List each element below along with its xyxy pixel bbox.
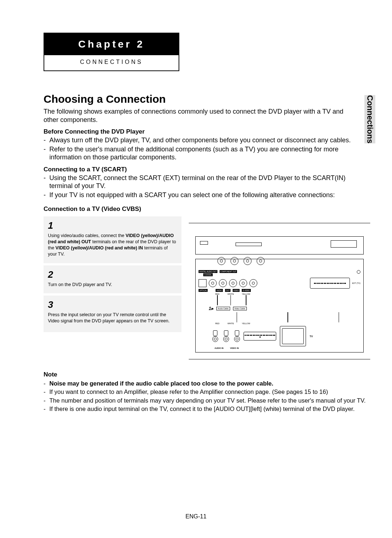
label: Video Cable	[233, 307, 247, 310]
label: YELLOW	[242, 322, 250, 325]
scart-port-icon	[310, 278, 350, 289]
jack-icon	[244, 257, 252, 265]
note-bold: Noise may be generated if the audio cabl…	[49, 380, 273, 387]
plug-icon	[213, 330, 217, 336]
step-text: Turn on the DVD player and TV.	[48, 282, 177, 288]
chapter-box: Chapter 2 CONNECTIONS	[44, 33, 179, 71]
list-item: Using the SCART, connect the SCART (EXT)…	[44, 174, 359, 190]
label: WHITE	[228, 322, 234, 325]
jack-icon	[230, 257, 238, 265]
jack-icon	[249, 279, 257, 287]
step-number: 3	[48, 299, 177, 310]
list-item: Noise may be generated if the audio cabl…	[44, 380, 370, 387]
step-number: 1	[48, 220, 177, 231]
scart-heading: Connecting to a TV (SCART)	[44, 166, 370, 173]
chapter-title: Chapter 2	[44, 33, 179, 55]
label: VIDEO IN	[230, 347, 239, 349]
notes-heading: Note	[44, 371, 370, 378]
label: COAXIAL	[203, 273, 213, 276]
label: Audio Cable	[216, 307, 230, 310]
step-marker-icon: 1▸	[209, 306, 213, 311]
label: OPTICAL	[199, 289, 208, 292]
scart-list: Using the SCART, connect the SCART (EXT)…	[44, 174, 359, 199]
side-tab: Connections	[364, 95, 375, 143]
notes-list: Noise may be generated if the audio cabl…	[44, 380, 370, 413]
screw-icon	[357, 270, 360, 274]
list-item: If your TV is not equipped with a SCART …	[44, 191, 359, 199]
plug-icon	[224, 330, 228, 336]
chapter-subtitle: CONNECTIONS	[44, 55, 179, 70]
steps-column: 1 Using video/audio cables, connect the …	[44, 216, 181, 359]
jack-icon	[217, 257, 225, 265]
label: EXT (TV)	[352, 282, 360, 284]
step-2: 2 Turn on the DVD player and TV.	[44, 265, 181, 294]
optical-port-icon	[199, 279, 207, 287]
label: S-VIDEO	[242, 289, 251, 292]
plug-icon	[235, 330, 239, 336]
step-text: Using video/audio cables, connect the VI…	[48, 233, 177, 257]
jack-icon	[212, 336, 218, 342]
connector-panel-icon: DIGITAL AUDIO OUT COAXIAL COMPONENT OUT	[195, 259, 364, 352]
step-text: Press the input selector on your TV remo…	[48, 312, 177, 324]
list-item: If there is one audio input terminal on …	[44, 405, 370, 413]
tv-icon	[280, 326, 306, 346]
jack-icon	[219, 279, 227, 287]
cvbs-heading: Connection to a TV (Video CVBS)	[44, 205, 370, 213]
step-1: 1 Using video/audio cables, connect the …	[44, 216, 181, 263]
before-heading: Before Connecting the DVD Player	[44, 128, 370, 135]
before-list: Always turn off the DVD player, TV, and …	[44, 136, 359, 162]
label: TV	[310, 335, 313, 338]
connection-diagram: DIGITAL AUDIO OUT COAXIAL COMPONENT OUT	[189, 216, 370, 359]
step-number: 2	[48, 269, 177, 280]
page-number: ENG-11	[0, 513, 392, 520]
list-item: The number and position of terminals may…	[44, 397, 370, 404]
list-item: Refer to the user's manual of the additi…	[44, 145, 359, 162]
step-3: 3 Press the input selector on your TV re…	[44, 296, 181, 332]
jack-icon	[223, 336, 229, 342]
text-bold: VIDEO (yellow)/AUDIO (red and white) IN	[56, 245, 143, 250]
label: AUDIO IN	[215, 347, 224, 349]
scart-port-icon	[244, 332, 276, 341]
jack-icon	[257, 257, 265, 265]
intro-text: The following shows examples of connecti…	[44, 107, 359, 124]
section-heading: Choosing a Connection	[44, 93, 370, 105]
label: AUDIO	[216, 289, 223, 292]
label: RED	[215, 322, 220, 325]
list-item: If you want to connect to an Amplifier, …	[44, 388, 370, 396]
dvd-rear-icon	[195, 236, 364, 254]
text: Using video/audio cables, connect the	[48, 233, 126, 238]
jack-icon	[229, 279, 237, 287]
jack-icon	[239, 279, 247, 287]
label: VIDEO	[233, 289, 240, 292]
label: OUT	[225, 289, 230, 292]
label: COMPONENT OUT	[220, 270, 237, 273]
jack-icon	[209, 279, 217, 287]
list-item: Always turn off the DVD player, TV, and …	[44, 136, 359, 144]
notes-section: Note Noise may be generated if the audio…	[44, 371, 370, 413]
label: DIGITAL AUDIO OUT	[199, 270, 217, 273]
jack-icon	[234, 336, 240, 342]
